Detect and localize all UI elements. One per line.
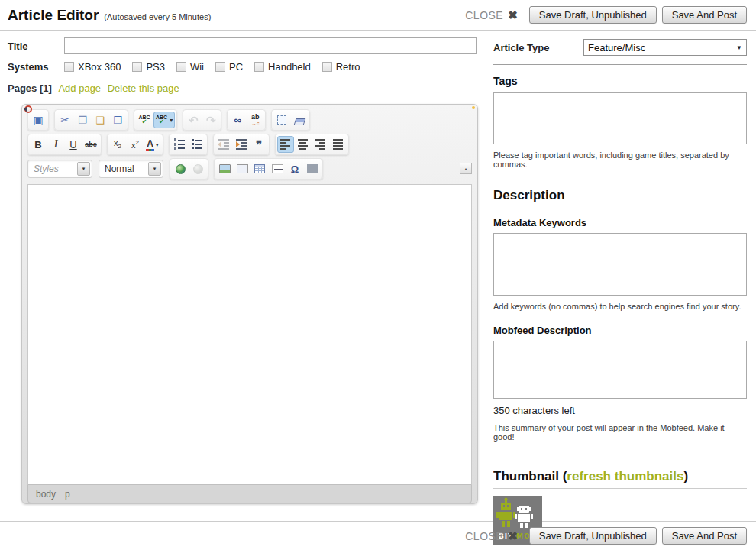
system-checkbox-handheld[interactable] (254, 62, 264, 72)
title-label: Title (8, 40, 64, 52)
bullet-list-button[interactable] (189, 136, 205, 153)
close-button[interactable]: CLOSE ✖ (465, 8, 518, 22)
indent-icon (235, 138, 247, 150)
remove-format-button[interactable] (291, 112, 308, 128)
unlink-button[interactable] (189, 160, 206, 177)
format-dropdown-value: Normal (105, 163, 147, 174)
save-post-button-bottom[interactable]: Save And Post (662, 527, 747, 545)
refresh-thumbnails-link[interactable]: refresh thumbnails (567, 469, 683, 484)
superscript-button[interactable]: x2 (127, 136, 144, 153)
status-path-p[interactable]: p (65, 489, 70, 500)
metadata-keywords-textarea[interactable] (493, 233, 747, 296)
line-break-icon (307, 164, 318, 173)
font-color-button[interactable]: A ▾ (144, 136, 161, 153)
paste-icon: ❑ (95, 115, 105, 125)
article-type-label: Article Type (493, 42, 583, 53)
insert-image-button[interactable] (216, 160, 233, 177)
horizontal-rule-icon (272, 164, 283, 173)
link-icon (176, 164, 186, 174)
align-left-button[interactable] (277, 136, 294, 153)
bullet-list-icon (191, 138, 203, 150)
align-right-button[interactable] (312, 136, 329, 153)
editor-column: Title Systems XBox 360 PS3 Wii PC Handhe… (8, 31, 483, 521)
numbered-list-button[interactable] (171, 136, 188, 153)
select-all-button[interactable] (273, 112, 290, 128)
save-draft-button[interactable]: Save Draft, Unpublished (529, 6, 657, 24)
insert-table-button[interactable] (251, 160, 268, 177)
chevron-down-icon: ▾ (156, 141, 159, 148)
paste-button[interactable]: ❑ (92, 112, 108, 128)
save-post-button[interactable]: Save And Post (662, 6, 747, 24)
mobfeed-help-text: This summary of your post will appear in… (493, 423, 747, 442)
justify-button[interactable] (330, 136, 347, 153)
bold-icon: B (34, 140, 41, 150)
system-label-retro: Retro (336, 61, 360, 73)
styles-dropdown[interactable]: Styles ▾ (27, 160, 92, 178)
close-label: CLOSE (465, 9, 503, 21)
spellcheck-menu-button[interactable]: ABC✔ ▾ (153, 112, 175, 128)
status-path-body[interactable]: body (36, 489, 56, 500)
media-icon (237, 164, 248, 173)
system-checkbox-wii[interactable] (176, 62, 186, 72)
delete-page-link[interactable]: Delete this page (108, 82, 179, 94)
undo-button[interactable]: ↶ (185, 112, 202, 128)
tags-textarea[interactable] (493, 92, 747, 144)
align-center-button[interactable] (295, 136, 312, 153)
add-page-link[interactable]: Add page (58, 82, 101, 94)
system-checkbox-ps3[interactable] (132, 62, 142, 72)
styles-dropdown-value: Styles (34, 163, 76, 174)
outdent-button[interactable] (215, 136, 232, 153)
special-char-button[interactable]: Ω (286, 160, 303, 177)
metadata-keywords-label: Metadata Keywords (493, 217, 747, 228)
spellcheck-button[interactable]: ABC✔ (136, 112, 153, 128)
toolbar-toggle-button[interactable]: ▴ (460, 163, 472, 174)
title-input[interactable] (64, 37, 477, 54)
editor-status-bar: body p (27, 484, 472, 503)
find-button[interactable]: ∞ (229, 112, 246, 128)
editor-content-area[interactable] (27, 184, 472, 484)
line-break-button[interactable] (304, 160, 321, 177)
article-type-select[interactable]: Feature/Misc ▼ (583, 39, 747, 56)
strikethrough-button[interactable]: abc (82, 136, 99, 153)
insert-link-button[interactable] (172, 160, 189, 177)
select-all-icon (277, 115, 286, 125)
tags-heading: Tags (493, 75, 747, 87)
system-checkbox-xbox-360[interactable] (64, 62, 74, 72)
system-label-handheld: Handheld (268, 61, 311, 73)
toolbar-row-3: Styles ▾ Normal ▾ (27, 158, 472, 180)
align-right-icon (315, 138, 327, 150)
underline-icon: U (69, 140, 76, 150)
strikethrough-icon: abc (85, 141, 97, 148)
blockquote-button[interactable]: ❞ (250, 136, 267, 153)
bold-button[interactable]: B (30, 136, 47, 153)
save-draft-button-bottom[interactable]: Save Draft, Unpublished (529, 527, 657, 545)
indent-button[interactable] (233, 136, 250, 153)
subscript-button[interactable]: x2 (109, 136, 126, 153)
system-checkbox-retro[interactable] (322, 62, 332, 72)
system-checkbox-pc[interactable] (215, 62, 225, 72)
fullscreen-button[interactable]: ▣ (30, 112, 47, 128)
toolbar-row-2: B I U abc x2 x2 A ▾ (27, 134, 472, 155)
paste-from-word-button[interactable]: ❒ (109, 112, 126, 128)
autosave-note: (Autosaved every 5 Minutes) (104, 12, 211, 21)
systems-label: Systems (8, 61, 64, 73)
select-arrow-icon: ▼ (736, 44, 742, 51)
cut-icon: ✂ (60, 115, 69, 125)
cut-button[interactable]: ✂ (57, 112, 73, 128)
outdent-icon (218, 138, 230, 150)
system-label-ps3: PS3 (146, 61, 165, 73)
underline-button[interactable]: U (65, 136, 82, 153)
mobfeed-description-textarea[interactable] (493, 341, 747, 399)
italic-button[interactable]: I (47, 136, 64, 153)
copy-button[interactable]: ❐ (74, 112, 91, 128)
close-button-bottom[interactable]: CLOSE ✖ (465, 529, 518, 543)
chevron-down-icon: ▾ (77, 162, 90, 176)
image-icon (219, 164, 231, 173)
insert-media-button[interactable] (234, 160, 250, 177)
horizontal-rule-button[interactable] (269, 160, 286, 177)
format-dropdown[interactable]: Normal ▾ (99, 160, 163, 178)
redo-button[interactable]: ↷ (202, 112, 219, 128)
thumbnail-heading: Thumbnail (refresh thumbnails) (493, 469, 747, 489)
replace-button[interactable]: ab→c (247, 112, 263, 128)
copy-icon: ❐ (78, 115, 87, 125)
